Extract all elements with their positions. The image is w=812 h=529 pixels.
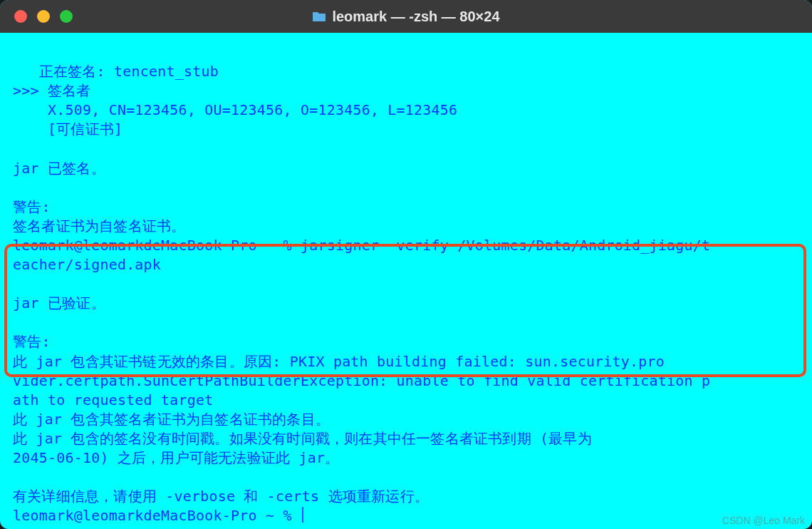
zoom-icon[interactable] bbox=[60, 10, 73, 23]
terminal-window: leomark — -zsh — 80×24 正在签名: tencent_stu… bbox=[0, 0, 812, 529]
terminal-line: ath to requested target bbox=[13, 391, 214, 409]
minimize-icon[interactable] bbox=[37, 10, 50, 23]
terminal-line: X.509, CN=123456, OU=123456, O=123456, L… bbox=[13, 101, 457, 118]
terminal-line: 签名者证书为自签名证书。 bbox=[13, 217, 185, 235]
watermark: CSDN @Leo Mark bbox=[722, 515, 805, 526]
terminal-line: 此 jar 包含其签名者证书为自签名证书的条目。 bbox=[13, 411, 330, 428]
terminal-prompt[interactable]: leomark@leomarkdeMacBook-Pro ~ % bbox=[13, 507, 301, 524]
titlebar: leomark — -zsh — 80×24 bbox=[0, 0, 812, 33]
traffic-lights bbox=[0, 10, 73, 23]
terminal-line: jar 已签名。 bbox=[13, 160, 105, 177]
terminal-line: 此 jar 包含其证书链无效的条目。原因: PKIX path building… bbox=[13, 353, 665, 370]
cursor-icon bbox=[302, 507, 303, 523]
terminal-line: leomark@leomarkdeMacBook-Pro ~ % jarsign… bbox=[13, 237, 710, 254]
terminal-line: 有关详细信息，请使用 -verbose 和 -certs 选项重新运行。 bbox=[13, 488, 429, 505]
terminal-line: 警告: bbox=[13, 198, 59, 215]
terminal-line: eacher/signed.apk bbox=[13, 256, 161, 273]
terminal-line: vider.certpath.SunCertPathBuilderExcepti… bbox=[13, 372, 710, 389]
window-title-text: leomark — -zsh — 80×24 bbox=[332, 9, 499, 25]
terminal-line: >>> 签名者 bbox=[13, 82, 91, 99]
terminal-body[interactable]: 正在签名: tencent_stub >>> 签名者 X.509, CN=123… bbox=[0, 33, 812, 529]
close-icon[interactable] bbox=[14, 10, 27, 23]
terminal-line: [可信证书] bbox=[13, 120, 123, 138]
terminal-line: 此 jar 包含的签名没有时间戳。如果没有时间戳，则在其中任一签名者证书到期 (… bbox=[13, 430, 592, 447]
folder-icon bbox=[312, 11, 326, 22]
window-title: leomark — -zsh — 80×24 bbox=[0, 9, 812, 25]
terminal-line: jar 已验证。 bbox=[13, 294, 105, 312]
terminal-line: 警告: bbox=[13, 333, 59, 350]
terminal-line: 正在签名: tencent_stub bbox=[13, 63, 219, 80]
terminal-line: 2045-06-10) 之后，用户可能无法验证此 jar。 bbox=[13, 449, 339, 466]
